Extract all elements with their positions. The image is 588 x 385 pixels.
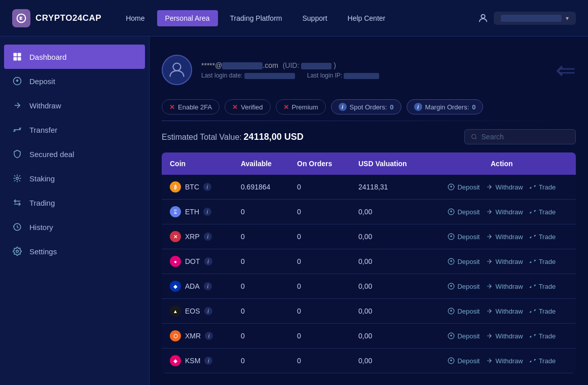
trade-button[interactable]: Trade — [529, 208, 556, 216]
sidebar-item-settings[interactable]: Settings — [0, 239, 149, 263]
coin-cell: Ξ ETH i — [162, 200, 233, 224]
coin-icon: ₿ — [170, 181, 181, 192]
deposit-button[interactable]: Deposit — [448, 332, 480, 340]
nav-home[interactable]: Home — [118, 10, 153, 26]
trade-icon — [529, 357, 536, 364]
table-row: ✕ XRP i 000,00 Deposit Withdraw — [162, 224, 576, 249]
deposit-button[interactable]: Deposit — [448, 183, 480, 191]
trade-icon — [529, 332, 536, 339]
app-layout: Dashboard Deposit Withdraw — [0, 36, 588, 385]
search-box[interactable] — [464, 129, 576, 144]
withdraw-icon — [486, 332, 493, 339]
usd-valuation-cell: 0,00 — [350, 349, 428, 373]
spot-orders-badge[interactable]: i Spot Orders: 0 — [331, 99, 401, 114]
deposit-button[interactable]: Deposit — [448, 357, 480, 365]
sidebar-item-withdraw[interactable]: Withdraw — [0, 93, 149, 118]
badge-label: Enable 2FA — [178, 103, 212, 111]
deposit-icon — [448, 357, 455, 364]
settings-icon — [12, 246, 22, 256]
main-content: *****@.com (UID: ) Last login date: Last… — [150, 36, 588, 385]
coin-info-button[interactable]: i — [204, 307, 212, 315]
coin-info-button[interactable]: i — [204, 233, 212, 241]
deposit-button[interactable]: Deposit — [448, 208, 480, 216]
withdraw-button[interactable]: Withdraw — [486, 332, 523, 340]
withdraw-button[interactable]: Withdraw — [486, 183, 523, 191]
col-coin: Coin — [162, 152, 233, 175]
on-orders-cell: 0 — [289, 224, 350, 249]
deposit-icon — [448, 307, 455, 315]
trade-button[interactable]: Trade — [529, 283, 556, 290]
available-cell: 0 — [233, 299, 289, 324]
withdraw-button[interactable]: Withdraw — [486, 233, 523, 241]
withdraw-button[interactable]: Withdraw — [486, 208, 523, 216]
on-orders-cell: 0 — [289, 274, 350, 299]
coin-symbol: ETH — [185, 208, 199, 216]
table-row: Ξ ETH i 000,00 Deposit Withdraw — [162, 200, 576, 224]
sidebar: Dashboard Deposit Withdraw — [0, 36, 150, 385]
coin-info-button[interactable]: i — [203, 183, 211, 191]
back-arrow-icon: ⇐ — [556, 56, 576, 84]
nav-help-center[interactable]: Help Center — [340, 10, 394, 26]
coin-info-button[interactable]: i — [203, 208, 211, 216]
trade-button[interactable]: Trade — [529, 357, 556, 365]
coin-info-button[interactable]: i — [204, 357, 212, 365]
sidebar-item-deposit[interactable]: Deposit — [0, 69, 149, 93]
trade-icon — [529, 283, 536, 290]
coin-symbol: BTC — [185, 183, 199, 191]
user-menu-button[interactable]: ▾ — [494, 12, 576, 25]
nav-support[interactable]: Support — [294, 10, 335, 26]
sidebar-item-secured-deal[interactable]: Secured deal — [0, 142, 149, 166]
margin-orders-badge[interactable]: i Margin Orders: 0 — [407, 99, 484, 114]
action-cell: Deposit Withdraw Trade — [428, 299, 576, 324]
x-icon: ✕ — [232, 103, 238, 111]
deposit-button[interactable]: Deposit — [448, 258, 480, 265]
enable-2fa-badge[interactable]: ✕ Enable 2FA — [162, 99, 219, 114]
sidebar-item-trading[interactable]: Trading — [0, 190, 149, 215]
sidebar-item-transfer[interactable]: Transfer — [0, 118, 149, 142]
deposit-button[interactable]: Deposit — [448, 233, 480, 241]
user-avatar-icon — [477, 13, 489, 24]
spot-orders-label: Spot Orders: — [350, 103, 387, 111]
table-row: ● DOT i 000,00 Deposit Withdraw — [162, 249, 576, 274]
coin-info-button[interactable]: i — [204, 257, 212, 265]
badge-label: Premium — [292, 103, 318, 111]
section-divider — [162, 121, 576, 121]
logo-icon — [12, 9, 30, 27]
trade-button[interactable]: Trade — [529, 183, 556, 191]
deposit-button[interactable]: Deposit — [448, 307, 480, 315]
coin-cell: ◈ KSM i — [162, 349, 233, 373]
withdraw-icon — [486, 283, 493, 290]
coin-info-button[interactable]: i — [205, 332, 213, 340]
withdraw-button[interactable]: Withdraw — [486, 283, 523, 290]
withdraw-button[interactable]: Withdraw — [486, 258, 523, 265]
trade-button[interactable]: Trade — [529, 233, 556, 241]
nav-trading-platform[interactable]: Trading Platform — [222, 10, 290, 26]
on-orders-cell: 0 — [289, 175, 350, 200]
coin-cell: ▲ EOS i — [162, 299, 233, 324]
withdraw-icon — [486, 258, 493, 265]
trade-button[interactable]: Trade — [529, 332, 556, 340]
svg-point-8 — [16, 250, 19, 253]
search-input[interactable] — [482, 133, 569, 141]
coins-table: Coin Available On Orders USD Valuation A… — [162, 152, 576, 373]
verified-badge[interactable]: ✕ Verified — [225, 99, 270, 114]
total-value-label: Estimated Total Value: — [162, 133, 242, 141]
sidebar-item-history[interactable]: History — [0, 215, 149, 239]
dashboard-icon — [12, 52, 22, 62]
sidebar-item-staking[interactable]: Staking — [0, 166, 149, 190]
svg-rect-4 — [18, 57, 21, 61]
sidebar-label-staking: Staking — [29, 174, 55, 183]
premium-badge[interactable]: ✕ Premium — [276, 99, 326, 114]
user-details: *****@.com (UID: ) Last login date: Last… — [201, 61, 576, 79]
trade-button[interactable]: Trade — [529, 307, 556, 315]
coin-info-button[interactable]: i — [204, 282, 212, 290]
table-row: ⬡ XMR i 000,00 Deposit Withdraw — [162, 324, 576, 349]
coin-symbol: XMR — [185, 332, 201, 340]
total-value-amount: 24118,00 USD — [244, 132, 304, 142]
withdraw-button[interactable]: Withdraw — [486, 357, 523, 365]
sidebar-item-dashboard[interactable]: Dashboard — [4, 45, 145, 69]
trade-button[interactable]: Trade — [529, 258, 556, 265]
withdraw-button[interactable]: Withdraw — [486, 307, 523, 315]
nav-personal-area[interactable]: Personal Area — [157, 10, 218, 26]
deposit-button[interactable]: Deposit — [448, 283, 480, 290]
